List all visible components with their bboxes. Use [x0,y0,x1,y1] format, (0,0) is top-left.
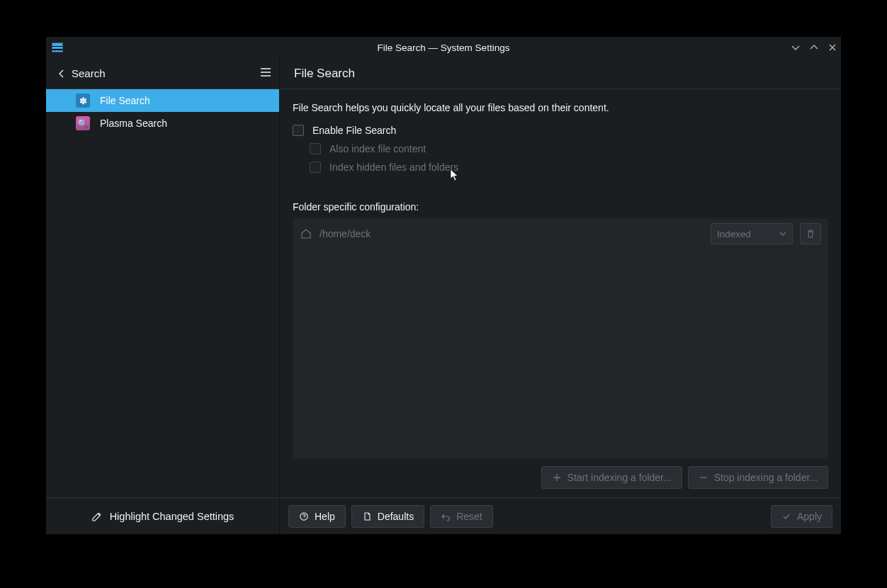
folder-delete-button[interactable] [800,223,821,244]
index-content-checkbox [310,143,321,154]
reset-label: Reset [456,511,482,522]
highlight-changed-label: Highlight Changed Settings [110,511,235,522]
sidebar-nav: ✽ File Search 🔍 Plasma Search [46,89,279,497]
window-title: File Search — System Settings [46,43,841,53]
folder-list: /home/deck Indexed [293,218,828,459]
sidebar-item-plasma-search[interactable]: 🔍 Plasma Search [46,112,279,135]
folder-mode-value: Indexed [717,229,751,239]
help-label: Help [315,511,335,522]
chevron-down-icon [791,43,801,52]
index-content-row: Also index file content [293,143,828,154]
apply-label: Apply [797,511,822,522]
folder-section-label: Folder specific configuration: [293,201,828,213]
enable-file-search-checkbox[interactable] [293,125,304,136]
page-title: File Search [280,58,841,89]
defaults-label: Defaults [378,511,414,522]
defaults-button[interactable]: Defaults [351,505,424,528]
reset-button[interactable]: Reset [430,505,493,528]
titlebar: File Search — System Settings [46,37,841,58]
folder-actions: Start indexing a folder... Stop indexing… [293,459,828,489]
window-controls [790,37,838,58]
undo-icon [441,511,451,521]
stop-indexing-label: Stop indexing a folder... [714,472,818,483]
sidebar-header: Search [46,58,279,89]
document-icon [362,511,372,521]
back-label: Search [72,67,106,79]
sidebar-item-label: File Search [100,95,150,106]
menu-button[interactable] [259,66,272,81]
apply-button[interactable]: Apply [771,505,832,528]
chevron-left-icon [57,69,66,78]
help-button[interactable]: Help [288,505,346,528]
check-icon [781,511,791,521]
plus-icon [552,473,562,482]
magnifier-icon: 🔍 [76,116,90,130]
content-area: File Search helps you quickly locate all… [280,89,841,497]
folder-mode-select[interactable]: Indexed [711,223,793,244]
folder-row: /home/deck Indexed [293,218,828,249]
maximize-button[interactable] [808,42,820,53]
index-hidden-label: Index hidden files and folders [329,162,458,173]
stop-indexing-button[interactable]: Stop indexing a folder... [688,466,828,489]
close-button[interactable] [827,42,838,53]
trash-icon [806,229,815,239]
highlighter-icon [91,511,103,522]
index-hidden-checkbox [310,162,321,173]
footer: Help Defaults Reset Apply [280,497,841,534]
chevron-up-icon [809,43,819,52]
paw-icon: ✽ [76,94,90,108]
enable-file-search-row: Enable File Search [293,125,828,136]
sidebar-item-file-search[interactable]: ✽ File Search [46,89,279,112]
minus-icon [699,473,708,482]
help-icon [299,511,309,521]
enable-file-search-label: Enable File Search [312,125,396,136]
minimize-button[interactable] [790,42,801,53]
description-text: File Search helps you quickly locate all… [293,102,828,113]
index-hidden-row: Index hidden files and folders [293,162,828,173]
main-panel: File Search File Search helps you quickl… [280,58,841,534]
sidebar-item-label: Plasma Search [100,118,167,129]
back-button[interactable]: Search [57,67,106,79]
folder-path: /home/deck [320,228,704,239]
hamburger-icon [259,66,272,79]
home-icon [300,227,312,240]
index-content-label: Also index file content [329,143,426,154]
start-indexing-button[interactable]: Start indexing a folder... [541,466,682,489]
sidebar: Search ✽ File Search 🔍 Plasma Search Hig [46,58,280,534]
highlight-changed-button[interactable]: Highlight Changed Settings [46,497,279,534]
chevron-down-icon [779,230,786,237]
system-settings-window: File Search — System Settings Search [46,37,841,534]
app-icon [52,43,63,52]
close-icon [827,43,837,52]
start-indexing-label: Start indexing a folder... [567,472,672,483]
